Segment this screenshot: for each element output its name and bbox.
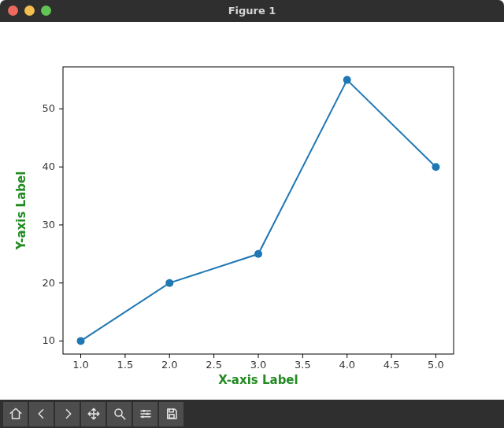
y-tick-label: 10 — [42, 334, 55, 346]
x-tick-label: 4.0 — [339, 359, 355, 371]
window-titlebar: Figure 1 — [0, 0, 504, 22]
x-tick-label: 1.0 — [72, 359, 89, 371]
x-axis-label: X-axis Label — [218, 373, 298, 387]
forward-button[interactable] — [55, 402, 80, 426]
data-line — [81, 80, 436, 341]
y-tick-label: 30 — [42, 219, 55, 231]
pan-button[interactable] — [81, 402, 106, 426]
matplotlib-toolbar — [0, 400, 504, 428]
data-marker — [432, 163, 439, 171]
data-marker — [77, 337, 85, 345]
data-marker — [254, 250, 262, 258]
svg-point-16 — [143, 410, 145, 412]
save-button[interactable] — [159, 402, 183, 426]
y-axis-label: Y-axis Label — [14, 172, 28, 251]
save-icon — [165, 407, 179, 421]
sliders-icon — [139, 407, 153, 421]
zoom-button[interactable] — [107, 402, 132, 426]
arrow-left-icon — [35, 407, 49, 421]
x-tick-label: 2.0 — [161, 359, 178, 371]
window-title: Figure 1 — [0, 5, 504, 17]
back-button[interactable] — [29, 402, 54, 426]
svg-rect-19 — [169, 415, 174, 419]
x-tick-label: 4.5 — [384, 359, 400, 371]
zoom-icon — [113, 407, 127, 421]
arrow-right-icon — [61, 407, 75, 421]
x-tick-label: 3.0 — [250, 359, 267, 371]
move-icon — [87, 407, 101, 421]
configure-button[interactable] — [133, 402, 158, 426]
plot-canvas: 1.01.52.02.53.03.54.04.55.01020304050 X-… — [0, 22, 504, 400]
y-tick-label: 40 — [42, 160, 55, 172]
home-icon — [9, 407, 23, 421]
x-tick-label: 5.0 — [428, 359, 444, 371]
x-tick-label: 2.5 — [206, 359, 222, 371]
svg-point-18 — [141, 415, 143, 418]
home-button[interactable] — [3, 402, 28, 426]
chart-svg: 1.01.52.02.53.03.54.04.55.01020304050 X-… — [0, 22, 504, 400]
svg-rect-0 — [63, 67, 454, 354]
svg-point-17 — [146, 413, 148, 415]
y-tick-label: 20 — [42, 277, 55, 289]
data-marker — [343, 76, 351, 84]
svg-point-15 — [115, 409, 122, 416]
y-tick-label: 50 — [42, 102, 55, 114]
x-tick-label: 1.5 — [117, 359, 134, 371]
data-marker — [165, 279, 173, 287]
x-tick-label: 3.5 — [295, 359, 311, 371]
